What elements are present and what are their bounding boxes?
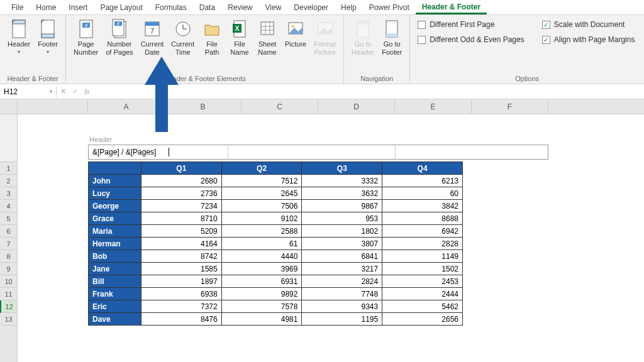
data-cell[interactable]: 2828	[382, 238, 463, 250]
row-header[interactable]: 4	[0, 200, 17, 212]
data-cell[interactable]: 6938	[141, 288, 221, 300]
row-name-cell[interactable]: Eric	[89, 300, 142, 313]
option-different-first-page[interactable]: Different First Page	[418, 20, 525, 29]
data-cell[interactable]: 2444	[382, 288, 463, 300]
data-cell[interactable]: 3807	[302, 238, 382, 250]
tab-developer[interactable]: Developer	[287, 1, 335, 14]
data-cell[interactable]: 4164	[141, 238, 221, 250]
data-cell[interactable]: 1585	[141, 263, 221, 275]
data-cell[interactable]: 5462	[382, 300, 463, 313]
data-cell[interactable]: 1149	[382, 250, 463, 263]
row-header[interactable]: 13	[0, 313, 17, 326]
row-header[interactable]: 2	[0, 175, 17, 187]
data-cell[interactable]: 953	[302, 212, 382, 225]
row-name-cell[interactable]: Bill	[89, 275, 142, 288]
go-to-footer-button[interactable]: Go to Footer	[378, 18, 406, 57]
data-cell[interactable]: 61	[221, 238, 302, 250]
data-cell[interactable]: 2824	[302, 275, 382, 288]
header-button[interactable]: Header ▾	[4, 18, 34, 56]
tab-header-footer[interactable]: Header & Footer	[416, 0, 487, 14]
tab-file[interactable]: File	[5, 1, 30, 14]
header-right-section[interactable]	[395, 145, 548, 160]
data-cell[interactable]: 9892	[221, 288, 302, 300]
data-cell[interactable]: 7506	[221, 200, 302, 212]
option-different-odd-even[interactable]: Different Odd & Even Pages	[418, 35, 525, 44]
current-date-button[interactable]: 7 Current Date	[137, 18, 168, 57]
data-cell[interactable]: 7748	[302, 288, 382, 300]
column-header[interactable]: B	[165, 99, 242, 114]
row-name-cell[interactable]: Grace	[89, 212, 142, 225]
tab-insert[interactable]: Insert	[62, 1, 94, 14]
table-header-cell[interactable]	[89, 162, 142, 175]
data-cell[interactable]: 5209	[141, 225, 221, 238]
data-cell[interactable]: 1802	[302, 225, 382, 238]
row-name-cell[interactable]: Maria	[89, 225, 142, 238]
data-cell[interactable]: 1897	[141, 275, 221, 288]
row-header[interactable]: 7	[0, 238, 17, 250]
option-align-with-margins[interactable]: ✓Align with Page Margins	[542, 35, 635, 44]
header-center-section[interactable]	[228, 145, 395, 160]
column-header[interactable]: A	[88, 99, 165, 114]
data-cell[interactable]: 6841	[302, 250, 382, 263]
table-header-cell[interactable]: Q1	[141, 162, 221, 175]
row-header[interactable]: 5	[0, 212, 17, 225]
table-header-cell[interactable]: Q2	[221, 162, 302, 175]
data-cell[interactable]: 9343	[302, 300, 382, 313]
select-all-corner[interactable]	[0, 99, 17, 114]
tab-power-pivot[interactable]: Power Pivot	[363, 1, 416, 14]
column-header[interactable]: E	[395, 99, 472, 114]
column-header[interactable]: F	[472, 99, 548, 114]
data-cell[interactable]: 7234	[141, 200, 221, 212]
tab-page-layout[interactable]: Page Layout	[94, 1, 148, 14]
row-name-cell[interactable]: Bob	[89, 250, 142, 263]
data-cell[interactable]: 60	[382, 187, 463, 200]
row-name-cell[interactable]: George	[89, 200, 142, 212]
data-cell[interactable]: 1502	[382, 263, 463, 275]
sheet-name-button[interactable]: Sheet Name	[253, 18, 281, 57]
table-header-cell[interactable]: Q4	[382, 162, 463, 175]
data-cell[interactable]: 4440	[221, 250, 302, 263]
row-name-cell[interactable]: Jane	[89, 263, 142, 275]
tab-home[interactable]: Home	[30, 1, 62, 14]
footer-button[interactable]: Footer ▾	[34, 18, 62, 56]
data-cell[interactable]: 6931	[221, 275, 302, 288]
row-name-cell[interactable]: Lucy	[89, 187, 142, 200]
data-cell[interactable]: 7372	[141, 300, 221, 313]
row-name-cell[interactable]: Frank	[89, 288, 142, 300]
row-header[interactable]: 3	[0, 187, 17, 200]
tab-view[interactable]: View	[259, 1, 288, 14]
row-header[interactable]: 12	[0, 300, 17, 313]
data-cell[interactable]: 3969	[221, 263, 302, 275]
data-cell[interactable]: 7512	[221, 175, 302, 187]
column-header[interactable]: C	[242, 99, 318, 114]
current-time-button[interactable]: Current Time	[167, 18, 198, 57]
data-cell[interactable]: 3332	[302, 175, 382, 187]
data-cell[interactable]: 3632	[302, 187, 382, 200]
data-cell[interactable]: 8710	[141, 212, 221, 225]
data-cell[interactable]: 3842	[382, 200, 463, 212]
row-name-cell[interactable]: Dave	[89, 313, 142, 326]
picture-button[interactable]: Picture	[281, 18, 310, 50]
file-path-button[interactable]: File Path	[198, 18, 226, 57]
tab-data[interactable]: Data	[193, 1, 221, 14]
table-header-cell[interactable]: Q3	[302, 162, 382, 175]
row-name-cell[interactable]: John	[89, 175, 142, 187]
data-cell[interactable]: 2588	[221, 225, 302, 238]
data-cell[interactable]: 8742	[141, 250, 221, 263]
row-header[interactable]: 9	[0, 263, 17, 275]
data-cell[interactable]: 4981	[221, 313, 302, 326]
data-cell[interactable]: 6942	[382, 225, 463, 238]
data-cell[interactable]: 9102	[221, 212, 302, 225]
data-cell[interactable]: 6213	[382, 175, 463, 187]
column-header[interactable]: D	[318, 99, 395, 114]
tab-formulas[interactable]: Formulas	[149, 1, 193, 14]
data-cell[interactable]: 2680	[141, 175, 221, 187]
data-cell[interactable]: 2656	[382, 313, 463, 326]
data-cell[interactable]: 2645	[221, 187, 302, 200]
row-header[interactable]: 1	[0, 162, 17, 175]
data-cell[interactable]: 2453	[382, 275, 463, 288]
data-cell[interactable]: 2736	[141, 187, 221, 200]
option-scale-with-document[interactable]: ✓Scale with Document	[542, 20, 635, 29]
tab-help[interactable]: Help	[335, 1, 363, 14]
data-cell[interactable]: 9867	[302, 200, 382, 212]
